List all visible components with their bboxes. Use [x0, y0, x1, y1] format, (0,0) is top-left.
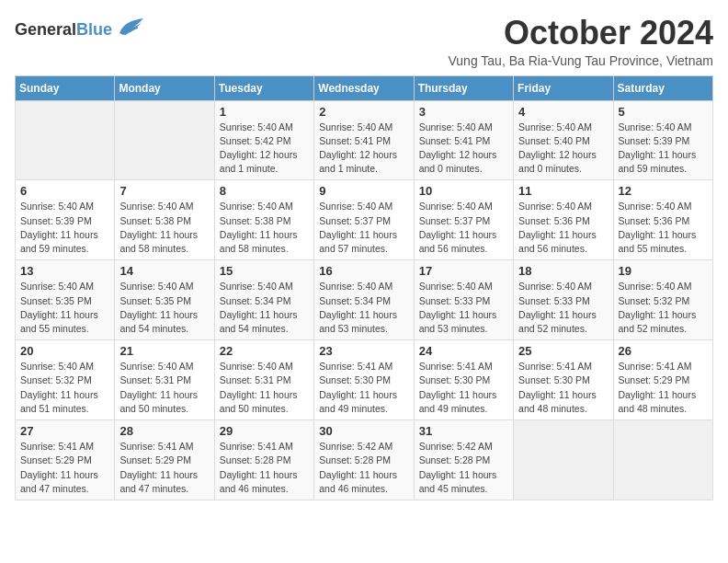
- day-detail: Sunrise: 5:40 AMSunset: 5:37 PMDaylight:…: [319, 200, 408, 256]
- calendar-cell: 3Sunrise: 5:40 AMSunset: 5:41 PMDaylight…: [414, 100, 513, 180]
- calendar-cell: 19Sunrise: 5:40 AMSunset: 5:32 PMDayligh…: [613, 260, 712, 340]
- day-number: 6: [20, 184, 109, 198]
- day-number: 8: [220, 184, 309, 198]
- column-header-sunday: Sunday: [16, 75, 115, 100]
- day-number: 21: [119, 344, 209, 358]
- calendar-cell: 9Sunrise: 5:40 AMSunset: 5:37 PMDaylight…: [314, 180, 414, 260]
- day-number: 3: [419, 105, 508, 119]
- calendar-cell: 28Sunrise: 5:41 AMSunset: 5:29 PMDayligh…: [115, 420, 214, 500]
- day-number: 18: [518, 264, 608, 278]
- column-header-friday: Friday: [514, 75, 613, 100]
- calendar-cell: 29Sunrise: 5:41 AMSunset: 5:28 PMDayligh…: [214, 420, 313, 500]
- day-detail: Sunrise: 5:42 AMSunset: 5:28 PMDaylight:…: [319, 440, 408, 496]
- calendar-week-row: 13Sunrise: 5:40 AMSunset: 5:35 PMDayligh…: [16, 260, 713, 340]
- day-detail: Sunrise: 5:40 AMSunset: 5:36 PMDaylight:…: [518, 200, 608, 256]
- day-detail: Sunrise: 5:40 AMSunset: 5:40 PMDaylight:…: [518, 121, 608, 177]
- calendar-cell: 25Sunrise: 5:41 AMSunset: 5:30 PMDayligh…: [514, 340, 613, 420]
- day-number: 19: [619, 264, 708, 278]
- day-number: 13: [20, 264, 109, 278]
- day-detail: Sunrise: 5:40 AMSunset: 5:41 PMDaylight:…: [319, 121, 408, 177]
- day-number: 28: [119, 424, 209, 438]
- calendar-cell: 5Sunrise: 5:40 AMSunset: 5:39 PMDaylight…: [613, 100, 712, 180]
- calendar-cell: [16, 100, 115, 180]
- calendar-cell: 13Sunrise: 5:40 AMSunset: 5:35 PMDayligh…: [16, 260, 115, 340]
- calendar-cell: 31Sunrise: 5:42 AMSunset: 5:28 PMDayligh…: [414, 420, 513, 500]
- day-number: 12: [619, 184, 708, 198]
- day-detail: Sunrise: 5:41 AMSunset: 5:29 PMDaylight:…: [619, 360, 708, 416]
- day-number: 1: [220, 105, 309, 119]
- day-detail: Sunrise: 5:40 AMSunset: 5:37 PMDaylight:…: [419, 200, 508, 256]
- day-detail: Sunrise: 5:40 AMSunset: 5:38 PMDaylight:…: [220, 200, 309, 256]
- day-number: 11: [518, 184, 608, 198]
- day-detail: Sunrise: 5:40 AMSunset: 5:42 PMDaylight:…: [220, 121, 309, 177]
- calendar-cell: 26Sunrise: 5:41 AMSunset: 5:29 PMDayligh…: [613, 340, 712, 420]
- day-detail: Sunrise: 5:40 AMSunset: 5:31 PMDaylight:…: [220, 360, 309, 416]
- logo-bird-icon: [118, 15, 145, 46]
- calendar-cell: 30Sunrise: 5:42 AMSunset: 5:28 PMDayligh…: [314, 420, 414, 500]
- day-number: 25: [518, 344, 608, 358]
- day-number: 9: [319, 184, 408, 198]
- column-header-tuesday: Tuesday: [214, 75, 313, 100]
- day-detail: Sunrise: 5:41 AMSunset: 5:28 PMDaylight:…: [220, 440, 309, 496]
- calendar-cell: 6Sunrise: 5:40 AMSunset: 5:39 PMDaylight…: [16, 180, 115, 260]
- day-detail: Sunrise: 5:40 AMSunset: 5:41 PMDaylight:…: [419, 121, 508, 177]
- calendar-cell: 4Sunrise: 5:40 AMSunset: 5:40 PMDaylight…: [514, 100, 613, 180]
- logo: GeneralBlue: [15, 15, 145, 46]
- title-block: October 2024 Vung Tau, Ba Ria-Vung Tau P…: [449, 15, 713, 68]
- day-detail: Sunrise: 5:40 AMSunset: 5:33 PMDaylight:…: [518, 280, 608, 336]
- calendar-cell: 14Sunrise: 5:40 AMSunset: 5:35 PMDayligh…: [115, 260, 214, 340]
- calendar-cell: 24Sunrise: 5:41 AMSunset: 5:30 PMDayligh…: [414, 340, 513, 420]
- day-number: 4: [518, 105, 608, 119]
- day-detail: Sunrise: 5:40 AMSunset: 5:31 PMDaylight:…: [119, 360, 209, 416]
- day-number: 17: [419, 264, 508, 278]
- location-subtitle: Vung Tau, Ba Ria-Vung Tau Province, Viet…: [449, 53, 713, 68]
- calendar-table: SundayMondayTuesdayWednesdayThursdayFrid…: [15, 75, 713, 500]
- day-detail: Sunrise: 5:40 AMSunset: 5:39 PMDaylight:…: [20, 200, 109, 256]
- calendar-cell: 27Sunrise: 5:41 AMSunset: 5:29 PMDayligh…: [16, 420, 115, 500]
- calendar-cell: [613, 420, 712, 500]
- calendar-cell: 7Sunrise: 5:40 AMSunset: 5:38 PMDaylight…: [115, 180, 214, 260]
- calendar-cell: 12Sunrise: 5:40 AMSunset: 5:36 PMDayligh…: [613, 180, 712, 260]
- day-number: 14: [119, 264, 209, 278]
- calendar-cell: 11Sunrise: 5:40 AMSunset: 5:36 PMDayligh…: [514, 180, 613, 260]
- day-number: 10: [419, 184, 508, 198]
- day-detail: Sunrise: 5:40 AMSunset: 5:35 PMDaylight:…: [119, 280, 209, 336]
- day-number: 7: [119, 184, 209, 198]
- calendar-cell: 20Sunrise: 5:40 AMSunset: 5:32 PMDayligh…: [16, 340, 115, 420]
- logo-blue: Blue: [76, 20, 112, 39]
- calendar-cell: [514, 420, 613, 500]
- day-number: 29: [220, 424, 309, 438]
- day-detail: Sunrise: 5:40 AMSunset: 5:32 PMDaylight:…: [20, 360, 109, 416]
- day-number: 23: [319, 344, 408, 358]
- day-detail: Sunrise: 5:40 AMSunset: 5:33 PMDaylight:…: [419, 280, 508, 336]
- column-header-monday: Monday: [115, 75, 214, 100]
- day-detail: Sunrise: 5:40 AMSunset: 5:34 PMDaylight:…: [319, 280, 408, 336]
- calendar-week-row: 20Sunrise: 5:40 AMSunset: 5:32 PMDayligh…: [16, 340, 713, 420]
- day-number: 22: [220, 344, 309, 358]
- calendar-cell: 2Sunrise: 5:40 AMSunset: 5:41 PMDaylight…: [314, 100, 414, 180]
- calendar-cell: 22Sunrise: 5:40 AMSunset: 5:31 PMDayligh…: [214, 340, 313, 420]
- calendar-cell: 16Sunrise: 5:40 AMSunset: 5:34 PMDayligh…: [314, 260, 414, 340]
- day-detail: Sunrise: 5:41 AMSunset: 5:29 PMDaylight:…: [20, 440, 109, 496]
- day-detail: Sunrise: 5:40 AMSunset: 5:39 PMDaylight:…: [619, 121, 708, 177]
- day-number: 5: [619, 105, 708, 119]
- day-number: 31: [419, 424, 508, 438]
- calendar-cell: 18Sunrise: 5:40 AMSunset: 5:33 PMDayligh…: [514, 260, 613, 340]
- day-detail: Sunrise: 5:41 AMSunset: 5:30 PMDaylight:…: [518, 360, 608, 416]
- day-number: 2: [319, 105, 408, 119]
- column-header-thursday: Thursday: [414, 75, 513, 100]
- day-detail: Sunrise: 5:40 AMSunset: 5:36 PMDaylight:…: [619, 200, 708, 256]
- day-number: 20: [20, 344, 109, 358]
- page-header: GeneralBlue October 2024 Vung Tau, Ba Ri…: [15, 15, 713, 68]
- calendar-cell: 10Sunrise: 5:40 AMSunset: 5:37 PMDayligh…: [414, 180, 513, 260]
- calendar-week-row: 27Sunrise: 5:41 AMSunset: 5:29 PMDayligh…: [16, 420, 713, 500]
- day-detail: Sunrise: 5:40 AMSunset: 5:34 PMDaylight:…: [220, 280, 309, 336]
- day-number: 15: [220, 264, 309, 278]
- day-detail: Sunrise: 5:42 AMSunset: 5:28 PMDaylight:…: [419, 440, 508, 496]
- calendar-week-row: 6Sunrise: 5:40 AMSunset: 5:39 PMDaylight…: [16, 180, 713, 260]
- day-number: 27: [20, 424, 109, 438]
- calendar-week-row: 1Sunrise: 5:40 AMSunset: 5:42 PMDaylight…: [16, 100, 713, 180]
- day-number: 26: [619, 344, 708, 358]
- calendar-cell: 17Sunrise: 5:40 AMSunset: 5:33 PMDayligh…: [414, 260, 513, 340]
- calendar-cell: 8Sunrise: 5:40 AMSunset: 5:38 PMDaylight…: [214, 180, 313, 260]
